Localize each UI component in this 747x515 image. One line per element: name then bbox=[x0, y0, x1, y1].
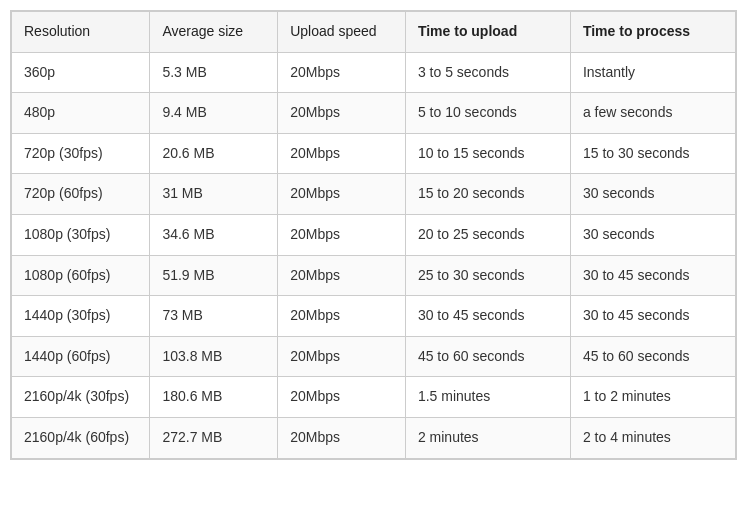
table-cell: 1080p (30fps) bbox=[12, 214, 150, 255]
table-cell: 1080p (60fps) bbox=[12, 255, 150, 296]
table-row: 1440p (60fps)103.8 MB20Mbps45 to 60 seco… bbox=[12, 336, 736, 377]
table-cell: Instantly bbox=[570, 52, 735, 93]
table-cell: 15 to 20 seconds bbox=[405, 174, 570, 215]
table-cell: 51.9 MB bbox=[150, 255, 278, 296]
table-cell: 20Mbps bbox=[278, 255, 406, 296]
header-resolution: Resolution bbox=[12, 12, 150, 53]
main-table-container: Resolution Average size Upload speed Tim… bbox=[10, 10, 737, 460]
table-cell: 20Mbps bbox=[278, 377, 406, 418]
table-cell: 272.7 MB bbox=[150, 417, 278, 458]
table-row: 480p9.4 MB20Mbps5 to 10 secondsa few sec… bbox=[12, 93, 736, 134]
table-cell: 20Mbps bbox=[278, 133, 406, 174]
table-cell: 720p (60fps) bbox=[12, 174, 150, 215]
table-cell: 15 to 30 seconds bbox=[570, 133, 735, 174]
table-cell: 20Mbps bbox=[278, 417, 406, 458]
table-row: 1440p (30fps)73 MB20Mbps30 to 45 seconds… bbox=[12, 296, 736, 337]
table-cell: 20.6 MB bbox=[150, 133, 278, 174]
table-cell: 20Mbps bbox=[278, 174, 406, 215]
table-cell: 20Mbps bbox=[278, 296, 406, 337]
header-time-to-process: Time to process bbox=[570, 12, 735, 53]
table-cell: 20Mbps bbox=[278, 52, 406, 93]
table-cell: 2 to 4 minutes bbox=[570, 417, 735, 458]
table-cell: 20Mbps bbox=[278, 336, 406, 377]
table-row: 360p5.3 MB20Mbps3 to 5 secondsInstantly bbox=[12, 52, 736, 93]
table-cell: 480p bbox=[12, 93, 150, 134]
table-cell: 30 to 45 seconds bbox=[405, 296, 570, 337]
table-cell: 20 to 25 seconds bbox=[405, 214, 570, 255]
table-cell: 1.5 minutes bbox=[405, 377, 570, 418]
header-time-to-upload: Time to upload bbox=[405, 12, 570, 53]
table-cell: 720p (30fps) bbox=[12, 133, 150, 174]
table-cell: 9.4 MB bbox=[150, 93, 278, 134]
table-cell: 10 to 15 seconds bbox=[405, 133, 570, 174]
table-cell: 1 to 2 minutes bbox=[570, 377, 735, 418]
table-cell: 360p bbox=[12, 52, 150, 93]
table-cell: 5.3 MB bbox=[150, 52, 278, 93]
table-cell: 31 MB bbox=[150, 174, 278, 215]
table-cell: 20Mbps bbox=[278, 214, 406, 255]
table-cell: 30 seconds bbox=[570, 214, 735, 255]
table-cell: 1440p (30fps) bbox=[12, 296, 150, 337]
table-cell: 30 seconds bbox=[570, 174, 735, 215]
table-cell: 180.6 MB bbox=[150, 377, 278, 418]
table-cell: a few seconds bbox=[570, 93, 735, 134]
table-row: 720p (30fps)20.6 MB20Mbps10 to 15 second… bbox=[12, 133, 736, 174]
table-cell: 34.6 MB bbox=[150, 214, 278, 255]
header-avg-size: Average size bbox=[150, 12, 278, 53]
table-row: 2160p/4k (60fps)272.7 MB20Mbps2 minutes2… bbox=[12, 417, 736, 458]
upload-speed-table: Resolution Average size Upload speed Tim… bbox=[11, 11, 736, 459]
table-header-row: Resolution Average size Upload speed Tim… bbox=[12, 12, 736, 53]
header-upload-speed: Upload speed bbox=[278, 12, 406, 53]
table-cell: 30 to 45 seconds bbox=[570, 296, 735, 337]
table-cell: 2 minutes bbox=[405, 417, 570, 458]
table-cell: 73 MB bbox=[150, 296, 278, 337]
table-row: 1080p (30fps)34.6 MB20Mbps20 to 25 secon… bbox=[12, 214, 736, 255]
table-cell: 20Mbps bbox=[278, 93, 406, 134]
table-row: 720p (60fps)31 MB20Mbps15 to 20 seconds3… bbox=[12, 174, 736, 215]
table-cell: 45 to 60 seconds bbox=[570, 336, 735, 377]
table-cell: 25 to 30 seconds bbox=[405, 255, 570, 296]
table-cell: 30 to 45 seconds bbox=[570, 255, 735, 296]
table-row: 2160p/4k (30fps)180.6 MB20Mbps1.5 minute… bbox=[12, 377, 736, 418]
table-cell: 1440p (60fps) bbox=[12, 336, 150, 377]
table-body: 360p5.3 MB20Mbps3 to 5 secondsInstantly4… bbox=[12, 52, 736, 458]
table-cell: 45 to 60 seconds bbox=[405, 336, 570, 377]
table-cell: 3 to 5 seconds bbox=[405, 52, 570, 93]
table-cell: 5 to 10 seconds bbox=[405, 93, 570, 134]
table-cell: 103.8 MB bbox=[150, 336, 278, 377]
table-cell: 2160p/4k (60fps) bbox=[12, 417, 150, 458]
table-row: 1080p (60fps)51.9 MB20Mbps25 to 30 secon… bbox=[12, 255, 736, 296]
table-cell: 2160p/4k (30fps) bbox=[12, 377, 150, 418]
